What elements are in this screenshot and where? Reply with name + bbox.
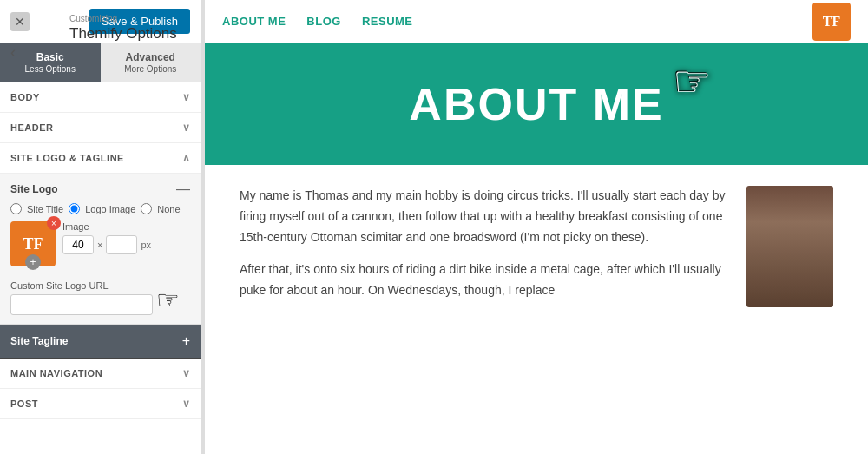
section-main-navigation[interactable]: MAIN NAVIGATION ∨ <box>0 359 201 389</box>
preview-area: ABOUT ME BLOG RESUME TF ☞ ABOUT ME My na… <box>205 0 868 454</box>
logo-height-input[interactable] <box>106 235 137 254</box>
site-nav: ABOUT ME BLOG RESUME TF <box>205 0 868 43</box>
customizing-label: Customizing <box>35 7 187 23</box>
site-tagline-title: Site Tagline <box>10 335 68 347</box>
logo-width-input[interactable] <box>62 235 94 254</box>
nav-logo: TF <box>812 3 851 41</box>
content-paragraph-2: After that, it's onto six hours of ridin… <box>240 260 729 301</box>
hand-cursor-icon: ☞ <box>156 285 180 315</box>
content-paragraph-1: My name is Thomas and my main hobby is d… <box>240 186 729 247</box>
radio-site-title-label: Site Title <box>27 204 63 214</box>
section-header[interactable]: HEADER ∨ <box>0 113 201 143</box>
top-bar: ✕ Customizing Themify Options Save & Pub… <box>0 0 201 43</box>
radio-site-title[interactable] <box>10 203 22 214</box>
section-body[interactable]: BODY ∨ <box>0 82 201 113</box>
nav-link-blog[interactable]: BLOG <box>306 15 341 28</box>
nav-links: ABOUT ME BLOG RESUME <box>222 15 413 28</box>
radio-logo-image[interactable] <box>69 203 80 214</box>
content-section: My name is Thomas and my main hobby is d… <box>205 165 868 454</box>
back-button[interactable]: ‹ <box>10 43 16 62</box>
logo-remove-button[interactable]: × <box>47 216 61 230</box>
panel-title: Themify Options <box>35 23 187 49</box>
size-x-separator: × <box>97 240 102 250</box>
panel-body: BODY ∨ HEADER ∨ SITE LOGO & TAGLINE ∧ Si… <box>0 82 201 454</box>
customizer-panel: ✕ Customizing Themify Options Save & Pub… <box>0 0 201 454</box>
radio-none[interactable] <box>141 203 152 214</box>
chevron-down-icon: ∨ <box>182 122 191 134</box>
person-silhouette <box>746 186 833 307</box>
nav-link-about-me[interactable]: ABOUT ME <box>222 15 286 28</box>
close-button[interactable]: ✕ <box>10 12 30 31</box>
site-logo-collapse-button[interactable]: — <box>176 182 190 196</box>
chevron-up-icon: ∧ <box>182 152 191 164</box>
logo-add-button[interactable]: + <box>25 254 41 270</box>
hero-section: ☞ ABOUT ME <box>205 43 868 165</box>
site-tagline-expand-button[interactable]: + <box>182 333 190 349</box>
chevron-down-icon: ∨ <box>182 91 191 103</box>
section-post[interactable]: POST ∨ <box>0 389 201 419</box>
image-label: Image <box>62 221 151 232</box>
custom-logo-url-input[interactable] <box>10 294 153 315</box>
custom-logo-url-label: Custom Site Logo URL <box>10 280 153 291</box>
content-text: My name is Thomas and my main hobby is d… <box>240 186 729 433</box>
chevron-down-icon: ∨ <box>182 398 191 410</box>
size-px-label: px <box>141 240 151 250</box>
nav-logo-text: TF <box>823 14 840 30</box>
person-photo <box>746 186 833 307</box>
chevron-down-icon: ∨ <box>182 367 191 379</box>
nav-link-resume[interactable]: RESUME <box>362 15 413 28</box>
hand-cursor-large-icon: ☞ <box>673 56 712 107</box>
site-logo-title: Site Logo <box>10 183 58 195</box>
radio-none-label: None <box>157 204 180 214</box>
radio-logo-image-label: Logo Image <box>85 204 135 214</box>
site-logo-section: Site Logo — Site Title Logo Image None T… <box>0 174 201 325</box>
logo-type-radios: Site Title Logo Image None <box>10 203 190 214</box>
logo-thumb-text: TF <box>23 235 43 253</box>
hero-title: ABOUT ME <box>409 78 663 130</box>
logo-thumbnail[interactable]: TF × + <box>10 221 56 266</box>
section-site-logo-tagline[interactable]: SITE LOGO & TAGLINE ∧ <box>0 143 201 174</box>
site-tagline-section[interactable]: Site Tagline + <box>0 325 201 359</box>
